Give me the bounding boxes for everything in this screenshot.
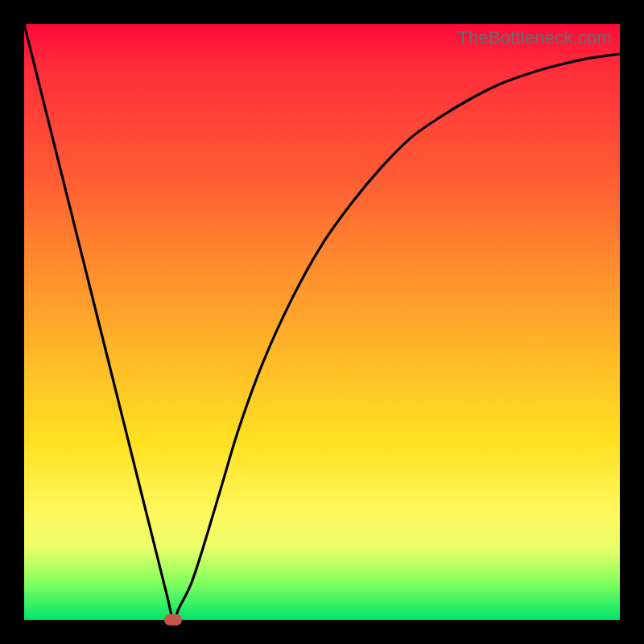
chart-curve xyxy=(24,24,620,620)
chart-frame: TheBottleneck.com xyxy=(0,0,644,644)
curve-path xyxy=(24,24,620,620)
min-marker xyxy=(164,614,182,625)
plot-area: TheBottleneck.com xyxy=(24,24,620,620)
attribution-text: TheBottleneck.com xyxy=(457,27,612,48)
